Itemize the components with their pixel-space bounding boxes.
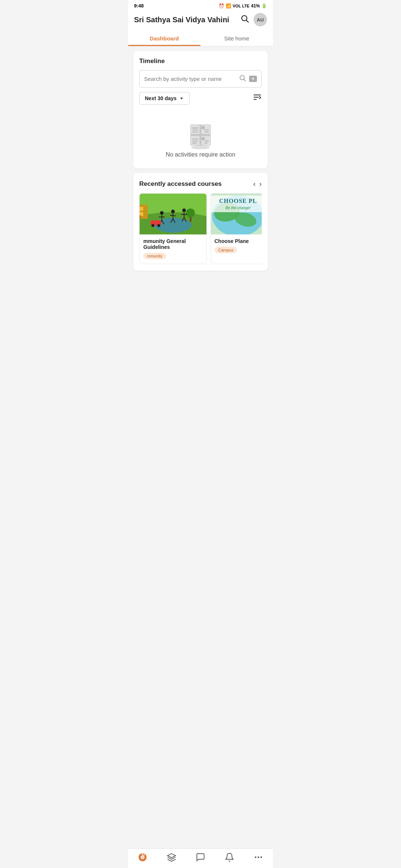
svg-point-49 (186, 208, 195, 217)
app-header: Sri Sathya Sai Vidya Vahini AU (128, 10, 273, 31)
next-arrow[interactable]: › (259, 180, 262, 188)
svg-text:CHOOSE PL: CHOOSE PL (219, 198, 257, 204)
tab-dashboard[interactable]: Dashboard (128, 31, 200, 46)
timeline-title: Timeline (139, 57, 262, 65)
svg-rect-31 (140, 207, 143, 211)
timeline-card: Timeline ✕ Next 30 days (133, 51, 268, 168)
svg-rect-34 (140, 215, 140, 219)
svg-point-46 (151, 224, 154, 227)
courses-row: mmunity General Guidelines mmunity (139, 193, 262, 264)
course-tag-planet: Campus (215, 247, 237, 253)
course-name-planet: Choose Plane (215, 238, 262, 244)
prev-arrow[interactable]: ‹ (253, 180, 256, 188)
main-content: Timeline ✕ Next 30 days (128, 46, 273, 317)
course-card-planet[interactable]: CHOOSE PL Be the change! Choose Plane Ca… (211, 193, 262, 264)
svg-text:Be the change!: Be the change! (225, 206, 250, 210)
tabs-bar: Dashboard Site home (128, 31, 273, 46)
svg-rect-12 (190, 136, 200, 145)
filter-button[interactable]: Next 30 days (139, 92, 190, 105)
clear-icon[interactable]: ✕ (249, 76, 257, 82)
course-thumb-planet: CHOOSE PL Be the change! (211, 194, 262, 234)
nav-arrows: ‹ › (253, 180, 262, 188)
search-icon[interactable] (239, 74, 246, 83)
course-card-community[interactable]: mmunity General Guidelines mmunity (139, 193, 207, 264)
alarm-icon: ⏰ (219, 3, 224, 9)
svg-line-1 (247, 20, 249, 23)
svg-point-50 (182, 208, 186, 212)
status-time: 9:48 (134, 3, 144, 9)
filter-label: Next 30 days (145, 95, 177, 101)
section-title: Recently accessed courses (139, 180, 222, 188)
signal-text: VOL LTE (233, 4, 250, 8)
svg-marker-4 (180, 98, 183, 99)
recently-accessed-card: Recently accessed courses ‹ › (133, 173, 268, 271)
course-info-planet: Choose Plane Campus (211, 234, 262, 258)
svg-point-47 (157, 224, 160, 227)
status-bar: 9:48 ⏰ 📶 VOL LTE 41% 🔋 (128, 0, 273, 10)
svg-rect-10 (190, 125, 200, 134)
search-bar-icons: ✕ (239, 74, 257, 83)
header-search-button[interactable] (240, 14, 249, 25)
svg-point-40 (171, 210, 175, 213)
battery-icon: 🔋 (261, 3, 267, 9)
empty-state: No activities require action (139, 111, 262, 162)
search-input[interactable] (144, 76, 239, 82)
app-title: Sri Sathya Sai Vidya Vahini (134, 16, 229, 24)
status-icons: ⏰ 📶 VOL LTE 41% 🔋 (219, 3, 267, 9)
section-header: Recently accessed courses ‹ › (139, 180, 262, 188)
course-info-community: mmunity General Guidelines mmunity (140, 234, 206, 264)
course-tag-community: mmunity (143, 253, 166, 259)
course-thumb-community (140, 194, 206, 234)
wifi-icon: 📶 (226, 3, 231, 9)
avatar-initials: AU (257, 17, 264, 23)
filter-row: Next 30 days (139, 92, 262, 105)
svg-point-17 (202, 126, 205, 129)
svg-point-23 (202, 137, 205, 140)
course-name-community: mmunity General Guidelines (143, 238, 203, 250)
battery-text: 41% (251, 3, 260, 9)
svg-point-35 (160, 211, 164, 215)
user-avatar[interactable]: AU (254, 13, 267, 26)
svg-point-8 (191, 145, 210, 149)
timeline-search-bar: ✕ (139, 70, 262, 88)
svg-line-3 (244, 79, 246, 81)
svg-rect-29 (140, 205, 148, 219)
empty-state-text: No activities require action (166, 151, 235, 158)
header-icons: AU (240, 13, 267, 26)
sort-button[interactable] (253, 93, 262, 104)
tab-site-home[interactable]: Site home (200, 31, 273, 46)
empty-illustration (184, 118, 217, 151)
